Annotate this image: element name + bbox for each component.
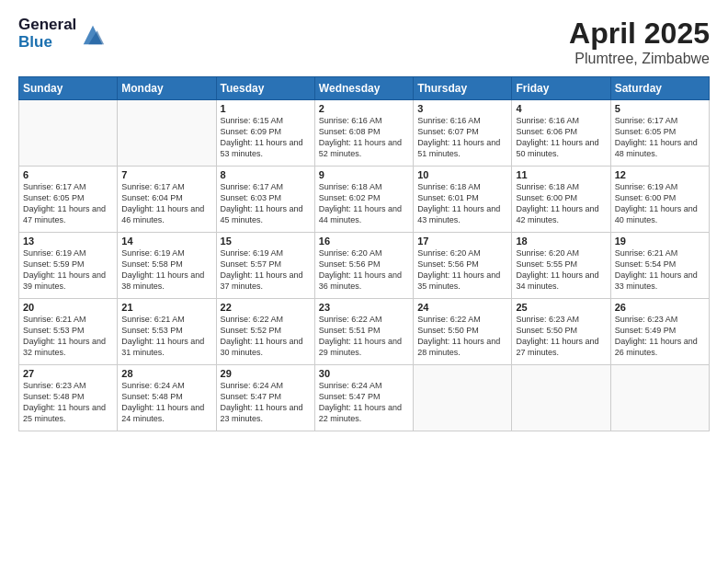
logo-blue: Blue [18, 34, 76, 52]
day-number: 5 [615, 103, 705, 114]
day-info: Sunrise: 6:24 AM Sunset: 5:47 PM Dayligh… [221, 380, 311, 425]
calendar-cell [19, 100, 118, 167]
day-info: Sunrise: 6:17 AM Sunset: 6:03 PM Dayligh… [221, 181, 311, 226]
day-info: Sunrise: 6:20 AM Sunset: 5:56 PM Dayligh… [417, 247, 507, 293]
logo: General Blue [18, 17, 106, 51]
day-info: Sunrise: 6:17 AM Sunset: 6:05 PM Dayligh… [23, 181, 113, 226]
calendar-cell: 6Sunrise: 6:17 AM Sunset: 6:05 PM Daylig… [19, 167, 118, 233]
calendar-cell: 25Sunrise: 6:23 AM Sunset: 5:50 PM Dayli… [512, 299, 610, 365]
day-info: Sunrise: 6:23 AM Sunset: 5:49 PM Dayligh… [615, 314, 705, 359]
header-wednesday: Wednesday [314, 77, 413, 100]
day-info: Sunrise: 6:16 AM Sunset: 6:07 PM Dayligh… [417, 115, 507, 160]
main-title: April 2025 [569, 17, 710, 51]
calendar-cell: 24Sunrise: 6:22 AM Sunset: 5:50 PM Dayli… [414, 299, 512, 365]
day-number: 21 [121, 302, 211, 313]
calendar-cell: 2Sunrise: 6:16 AM Sunset: 6:08 PM Daylig… [314, 100, 413, 167]
day-info: Sunrise: 6:17 AM Sunset: 6:05 PM Dayligh… [615, 115, 705, 160]
calendar-cell: 12Sunrise: 6:19 AM Sunset: 6:00 PM Dayli… [610, 167, 709, 233]
calendar-cell: 30Sunrise: 6:24 AM Sunset: 5:47 PM Dayli… [314, 365, 413, 431]
day-info: Sunrise: 6:24 AM Sunset: 5:47 PM Dayligh… [319, 380, 409, 425]
calendar-cell: 14Sunrise: 6:19 AM Sunset: 5:58 PM Dayli… [118, 233, 216, 299]
calendar-cell: 3Sunrise: 6:16 AM Sunset: 6:07 PM Daylig… [414, 100, 512, 167]
day-number: 25 [516, 302, 606, 313]
day-info: Sunrise: 6:20 AM Sunset: 5:55 PM Dayligh… [516, 247, 606, 293]
day-number: 23 [319, 302, 409, 313]
calendar-cell: 9Sunrise: 6:18 AM Sunset: 6:02 PM Daylig… [314, 167, 413, 233]
day-number: 28 [121, 368, 211, 379]
day-info: Sunrise: 6:24 AM Sunset: 5:48 PM Dayligh… [121, 380, 211, 425]
day-info: Sunrise: 6:18 AM Sunset: 6:00 PM Dayligh… [516, 181, 606, 226]
calendar-cell: 16Sunrise: 6:20 AM Sunset: 5:56 PM Dayli… [314, 233, 413, 299]
calendar-cell: 1Sunrise: 6:15 AM Sunset: 6:09 PM Daylig… [216, 100, 314, 167]
week-row-3: 13Sunrise: 6:19 AM Sunset: 5:59 PM Dayli… [19, 233, 710, 299]
day-info: Sunrise: 6:23 AM Sunset: 5:50 PM Dayligh… [516, 314, 606, 359]
calendar-cell: 7Sunrise: 6:17 AM Sunset: 6:04 PM Daylig… [118, 167, 216, 233]
calendar-cell: 27Sunrise: 6:23 AM Sunset: 5:48 PM Dayli… [19, 365, 118, 431]
calendar-cell: 20Sunrise: 6:21 AM Sunset: 5:53 PM Dayli… [19, 299, 118, 365]
calendar-cell: 4Sunrise: 6:16 AM Sunset: 6:06 PM Daylig… [512, 100, 610, 167]
header-saturday: Saturday [610, 77, 709, 100]
day-number: 24 [417, 302, 507, 313]
day-number: 2 [319, 103, 409, 114]
calendar-cell [610, 365, 709, 431]
calendar-cell: 29Sunrise: 6:24 AM Sunset: 5:47 PM Dayli… [216, 365, 314, 431]
day-info: Sunrise: 6:15 AM Sunset: 6:09 PM Dayligh… [221, 115, 311, 160]
calendar-cell: 10Sunrise: 6:18 AM Sunset: 6:01 PM Dayli… [414, 167, 512, 233]
day-number: 7 [121, 169, 211, 180]
day-number: 1 [221, 103, 311, 114]
calendar-cell: 5Sunrise: 6:17 AM Sunset: 6:05 PM Daylig… [610, 100, 709, 167]
calendar-cell: 18Sunrise: 6:20 AM Sunset: 5:55 PM Dayli… [512, 233, 610, 299]
day-info: Sunrise: 6:20 AM Sunset: 5:56 PM Dayligh… [319, 247, 409, 293]
day-number: 26 [615, 302, 705, 313]
day-info: Sunrise: 6:21 AM Sunset: 5:53 PM Dayligh… [121, 314, 211, 359]
day-info: Sunrise: 6:16 AM Sunset: 6:06 PM Dayligh… [516, 115, 606, 160]
day-info: Sunrise: 6:19 AM Sunset: 5:58 PM Dayligh… [121, 247, 211, 293]
header-monday: Monday [118, 77, 216, 100]
calendar-cell: 22Sunrise: 6:22 AM Sunset: 5:52 PM Dayli… [216, 299, 314, 365]
day-number: 20 [23, 302, 113, 313]
week-row-4: 20Sunrise: 6:21 AM Sunset: 5:53 PM Dayli… [19, 299, 710, 365]
day-number: 27 [23, 368, 113, 379]
day-info: Sunrise: 6:22 AM Sunset: 5:50 PM Dayligh… [417, 314, 507, 359]
weekday-header-row: Sunday Monday Tuesday Wednesday Thursday… [19, 77, 710, 100]
calendar-cell [512, 365, 610, 431]
day-number: 4 [516, 103, 606, 114]
logo-text: General Blue [18, 17, 76, 51]
calendar-cell: 13Sunrise: 6:19 AM Sunset: 5:59 PM Dayli… [19, 233, 118, 299]
title-block: April 2025 Plumtree, Zimbabwe [569, 17, 710, 67]
day-number: 29 [221, 368, 311, 379]
day-info: Sunrise: 6:17 AM Sunset: 6:04 PM Dayligh… [121, 181, 211, 226]
day-info: Sunrise: 6:21 AM Sunset: 5:54 PM Dayligh… [615, 247, 705, 293]
calendar-cell: 26Sunrise: 6:23 AM Sunset: 5:49 PM Dayli… [610, 299, 709, 365]
header-thursday: Thursday [414, 77, 512, 100]
day-number: 3 [417, 103, 507, 114]
week-row-2: 6Sunrise: 6:17 AM Sunset: 6:05 PM Daylig… [19, 167, 710, 233]
day-number: 22 [221, 302, 311, 313]
day-info: Sunrise: 6:18 AM Sunset: 6:02 PM Dayligh… [319, 181, 409, 226]
calendar-cell [414, 365, 512, 431]
subtitle: Plumtree, Zimbabwe [569, 51, 710, 67]
calendar-cell: 19Sunrise: 6:21 AM Sunset: 5:54 PM Dayli… [610, 233, 709, 299]
day-number: 6 [23, 169, 113, 180]
week-row-5: 27Sunrise: 6:23 AM Sunset: 5:48 PM Dayli… [19, 365, 710, 431]
day-info: Sunrise: 6:22 AM Sunset: 5:51 PM Dayligh… [319, 314, 409, 359]
day-info: Sunrise: 6:19 AM Sunset: 5:59 PM Dayligh… [23, 247, 113, 293]
day-number: 30 [319, 368, 409, 379]
calendar-cell: 21Sunrise: 6:21 AM Sunset: 5:53 PM Dayli… [118, 299, 216, 365]
day-number: 10 [417, 169, 507, 180]
calendar-cell: 15Sunrise: 6:19 AM Sunset: 5:57 PM Dayli… [216, 233, 314, 299]
week-row-1: 1Sunrise: 6:15 AM Sunset: 6:09 PM Daylig… [19, 100, 710, 167]
day-info: Sunrise: 6:18 AM Sunset: 6:01 PM Dayligh… [417, 181, 507, 226]
calendar-cell: 17Sunrise: 6:20 AM Sunset: 5:56 PM Dayli… [414, 233, 512, 299]
day-info: Sunrise: 6:19 AM Sunset: 6:00 PM Dayligh… [615, 181, 705, 226]
day-number: 13 [23, 236, 113, 247]
calendar-cell: 28Sunrise: 6:24 AM Sunset: 5:48 PM Dayli… [118, 365, 216, 431]
header-sunday: Sunday [19, 77, 118, 100]
day-number: 9 [319, 169, 409, 180]
calendar-table: Sunday Monday Tuesday Wednesday Thursday… [18, 76, 710, 431]
day-number: 15 [221, 236, 311, 247]
day-number: 18 [516, 236, 606, 247]
logo-general: General [18, 17, 76, 34]
day-info: Sunrise: 6:22 AM Sunset: 5:52 PM Dayligh… [221, 314, 311, 359]
day-info: Sunrise: 6:16 AM Sunset: 6:08 PM Dayligh… [319, 115, 409, 160]
